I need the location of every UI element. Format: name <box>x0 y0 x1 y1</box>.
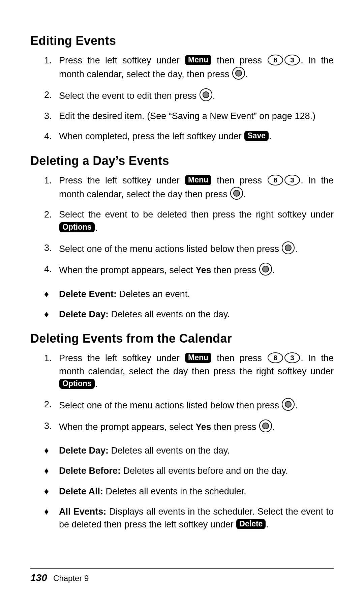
bullet-text: Deletes all events before and on the day… <box>123 466 288 476</box>
deletecal-bullets: Delete Day: Deletes all events on the da… <box>30 444 334 531</box>
text: . <box>272 422 275 432</box>
bullet-label: Delete All: <box>59 486 106 496</box>
deletecal-step-2: Select one of the menu actions listed be… <box>59 398 334 412</box>
text: . <box>295 244 298 254</box>
softkey-menu: Menu <box>185 353 211 363</box>
bullet-text: Deletes all events in the scheduler. <box>106 486 246 496</box>
deletecal-step-1: Press the left softkey under Menu then p… <box>59 352 334 391</box>
softkey-delete: Delete <box>236 519 266 529</box>
deletecal-step-3: When the prompt appears, select Yes then… <box>59 420 334 433</box>
ok-button-icon <box>232 67 245 80</box>
key-8-icon <box>267 54 283 66</box>
ok-button-icon <box>259 420 272 432</box>
bullet-label: Delete Before: <box>59 466 123 476</box>
deletecal-steps: Press the left softkey under Menu then p… <box>30 352 334 433</box>
text: . <box>295 400 298 410</box>
heading-deleting-from-calendar: Deleting Events from the Calendar <box>30 331 334 346</box>
deleteday-steps: Press the left softkey under Menu then p… <box>30 174 334 277</box>
text: When the prompt appears, select <box>59 265 195 275</box>
softkey-options: Options <box>59 379 95 389</box>
chapter-label: Chapter 9 <box>53 574 89 583</box>
ok-button-icon <box>259 263 272 276</box>
editing-step-4: When completed, press the left softkey u… <box>59 130 334 143</box>
text: then press <box>212 55 267 65</box>
text: Press the left softkey under <box>59 55 185 65</box>
text: Select the event to edit then press <box>59 91 199 101</box>
text: . <box>95 223 98 233</box>
text: . <box>272 265 275 275</box>
text: When the prompt appears, select <box>59 422 195 432</box>
editing-steps: Press the left softkey under Menu then p… <box>30 54 334 143</box>
bullet-all-events: All Events: Displays all events in the s… <box>59 505 334 531</box>
bullet-text: Deletes an event. <box>119 289 190 299</box>
text: . <box>269 131 272 141</box>
key-8-icon <box>267 174 283 186</box>
text: . <box>95 379 98 389</box>
text: then press <box>211 265 259 275</box>
softkey-menu: Menu <box>185 175 211 185</box>
softkey-menu: Menu <box>185 55 211 65</box>
heading-editing-events: Editing Events <box>30 34 334 48</box>
deleteday-step-3: Select one of the menu actions listed be… <box>59 241 334 255</box>
bullet-delete-day: Delete Day: Deletes all events on the da… <box>59 444 334 457</box>
text: Select one of the menu actions listed be… <box>59 400 281 410</box>
softkey-save: Save <box>244 131 269 141</box>
text: Edit the desired item. (See “Saving a Ne… <box>59 111 315 121</box>
bullet-delete-event: Delete Event: Deletes an event. <box>59 288 334 300</box>
text: then press <box>212 353 267 363</box>
key-3-icon <box>284 54 300 66</box>
text: Select one of the menu actions listed be… <box>59 244 281 254</box>
bullet-label: Delete Day: <box>59 445 111 456</box>
deleteday-step-1: Press the left softkey under Menu then p… <box>59 174 334 201</box>
bullet-delete-before: Delete Before: Deletes all events before… <box>59 464 334 477</box>
ok-button-icon <box>282 398 295 411</box>
manual-page: Editing Events Press the left softkey un… <box>0 0 364 607</box>
key-3-icon <box>284 174 300 186</box>
bold-yes: Yes <box>195 422 211 432</box>
text: then press <box>212 175 267 185</box>
key-8-icon <box>267 352 283 364</box>
text: . <box>245 69 248 79</box>
ok-button-icon <box>282 241 295 254</box>
deleteday-step-2: Select the event to be deleted then pres… <box>59 208 334 234</box>
bullet-delete-day: Delete Day: Deletes all events on the da… <box>59 308 334 321</box>
text: . <box>243 189 246 199</box>
deleteday-bullets: Delete Event: Deletes an event. Delete D… <box>30 288 334 321</box>
editing-step-2: Select the event to edit then press . <box>59 88 334 102</box>
text: Press the left softkey under <box>59 353 185 363</box>
page-footer: 130Chapter 9 <box>30 568 334 583</box>
bullet-label: All Events: <box>59 507 109 517</box>
text: then press <box>211 422 259 432</box>
text: . <box>266 519 269 529</box>
deleteday-step-4: When the prompt appears, select Yes then… <box>59 263 334 277</box>
heading-deleting-days-events: Deleting a Day’s Events <box>30 154 334 168</box>
editing-step-3: Edit the desired item. (See “Saving a Ne… <box>59 110 334 122</box>
page-number: 130 <box>30 572 47 583</box>
text: When completed, press the left softkey u… <box>59 131 244 141</box>
text: Select the event to be deleted then pres… <box>59 209 334 220</box>
text: Press the left softkey under <box>59 175 185 185</box>
bullet-text: Deletes all events on the day. <box>111 445 230 456</box>
ok-button-icon <box>230 187 243 200</box>
bullet-delete-all: Delete All: Deletes all events in the sc… <box>59 485 334 498</box>
key-3-icon <box>284 352 300 364</box>
bold-yes: Yes <box>195 265 211 275</box>
ok-button-icon <box>200 88 212 101</box>
editing-step-1: Press the left softkey under Menu then p… <box>59 54 334 81</box>
bullet-text: Deletes all events on the day. <box>111 309 230 319</box>
text: . <box>213 91 215 101</box>
bullet-label: Delete Day: <box>59 309 111 319</box>
bullet-label: Delete Event: <box>59 289 119 299</box>
softkey-options: Options <box>59 222 95 232</box>
